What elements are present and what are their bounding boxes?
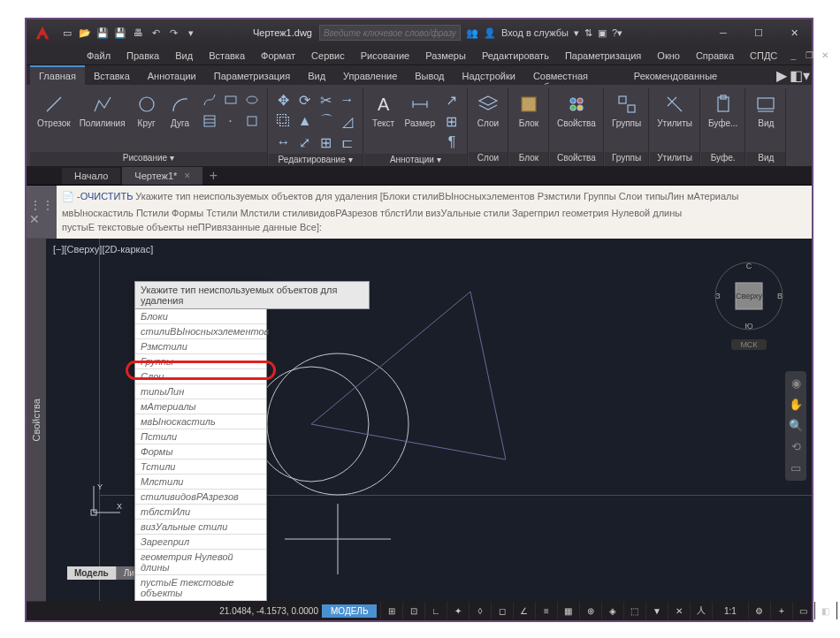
ucs-icon[interactable]: YX: [87, 484, 122, 520]
dynamic-ucs-icon[interactable]: ⬚: [623, 602, 645, 619]
view-cube[interactable]: Сверху С Ю З В МСК: [713, 260, 785, 332]
ac-item[interactable]: визУальные стили: [135, 520, 266, 535]
dimension-button[interactable]: Размер: [403, 90, 437, 130]
command-line[interactable]: 📄 -ОЧИСТИТЬ Укажите тип неиспользуемых о…: [57, 186, 812, 239]
close-button[interactable]: ✕: [776, 20, 812, 45]
app-store-icon[interactable]: ▣: [598, 27, 607, 39]
move-icon[interactable]: ✥: [274, 90, 294, 110]
menu-window[interactable]: Окно: [650, 49, 687, 63]
menu-format[interactable]: Формат: [254, 49, 302, 63]
region-icon[interactable]: [242, 111, 262, 131]
panel-block-title[interactable]: Блок: [509, 152, 548, 166]
stretch-icon[interactable]: ↔: [274, 133, 294, 152]
menu-parametric[interactable]: Параметризация: [558, 49, 648, 63]
exchange-icon[interactable]: ⇅: [584, 27, 592, 39]
panel-draw-title[interactable]: Рисование ▾: [30, 152, 267, 166]
lock-ui-icon[interactable]: 🔒: [836, 602, 840, 619]
view-button[interactable]: Вид: [752, 90, 780, 130]
ac-item[interactable]: Пстили: [135, 429, 266, 444]
block-button[interactable]: Блок: [515, 90, 543, 130]
panel-layers-title[interactable]: Слои: [469, 152, 508, 166]
nav-zoom-icon[interactable]: 🔍: [787, 417, 805, 435]
circle-button[interactable]: Круг: [133, 90, 161, 130]
ac-item[interactable]: мАтериалы: [135, 399, 266, 414]
qat-redo-icon[interactable]: ↷: [164, 24, 182, 42]
signin-label[interactable]: Вход в службы: [501, 27, 569, 38]
units-icon[interactable]: ▭: [792, 602, 813, 619]
panel-modify-title[interactable]: Редактирование ▾: [269, 154, 363, 166]
copy-icon[interactable]: ⿻: [274, 111, 294, 131]
doc-restore-icon[interactable]: ❐: [802, 49, 816, 62]
ac-item[interactable]: Блоки: [135, 309, 266, 324]
qat-dropdown-icon[interactable]: ▾: [182, 24, 200, 42]
ribbon-tab-addins[interactable]: Надстройки: [454, 65, 524, 85]
ac-item[interactable]: мвЫноскастиль: [135, 414, 266, 429]
people-icon[interactable]: 👥: [466, 27, 478, 39]
extend-icon[interactable]: →: [338, 90, 357, 110]
scale-icon[interactable]: ⤢: [295, 133, 315, 152]
polar-toggle-icon[interactable]: ✦: [447, 602, 468, 619]
doc-minimize-icon[interactable]: _: [786, 49, 800, 62]
workspace-switch-icon[interactable]: ⚙: [748, 602, 769, 619]
ac-item-layers[interactable]: Слои: [135, 369, 266, 384]
ac-item[interactable]: Рзмстили: [135, 339, 266, 354]
menu-edit[interactable]: Правка: [119, 49, 166, 63]
mtext-icon[interactable]: ¶: [442, 133, 462, 152]
menu-tools[interactable]: Сервис: [304, 49, 352, 63]
ribbon-tab-home[interactable]: Главная: [30, 65, 85, 85]
point-icon[interactable]: ·: [221, 111, 241, 131]
ribbon-tab-manage[interactable]: Управление: [334, 65, 406, 85]
ac-item[interactable]: Млстили: [135, 475, 266, 490]
menu-spds[interactable]: СПДС: [743, 49, 784, 63]
signin-icon[interactable]: 👤: [484, 27, 496, 39]
signin-dropdown-icon[interactable]: ▾: [574, 27, 579, 39]
grid-toggle-icon[interactable]: ⊞: [380, 602, 401, 619]
ac-item[interactable]: стиливидовРАзрезов: [135, 490, 266, 505]
properties-button[interactable]: Свойства: [555, 90, 598, 130]
ribbon-tab-featured[interactable]: Рекомендованные приложения: [625, 65, 775, 85]
qat-undo-icon[interactable]: ↶: [147, 24, 164, 42]
panel-annotation-title[interactable]: Аннотации ▾: [364, 154, 467, 166]
ribbon-tab-collab[interactable]: Совместная работа: [524, 65, 625, 85]
selection-filter-icon[interactable]: ▼: [645, 602, 667, 619]
otrack-toggle-icon[interactable]: ∠: [513, 602, 534, 619]
spline-icon[interactable]: [200, 90, 219, 110]
ac-item[interactable]: Группы: [135, 354, 266, 369]
express-tools-icon[interactable]: ▶: [775, 68, 789, 82]
menu-insert[interactable]: Вставка: [202, 49, 252, 63]
nav-pan-icon[interactable]: ✋: [787, 396, 805, 414]
ac-item[interactable]: Формы: [135, 444, 266, 460]
menu-modify[interactable]: Редактировать: [475, 49, 556, 63]
ac-item[interactable]: Зарегприл: [135, 535, 266, 550]
ortho-toggle-icon[interactable]: ∟: [424, 602, 446, 619]
snap-toggle-icon[interactable]: ⊡: [402, 602, 424, 619]
array-icon[interactable]: ⊞: [317, 133, 336, 152]
ribbon-tab-parametric[interactable]: Параметризация: [205, 65, 299, 85]
panel-view-title[interactable]: Вид: [746, 152, 785, 166]
hatch-icon[interactable]: [200, 111, 219, 131]
doc-tab-drawing1[interactable]: Чертеж1*×: [122, 167, 202, 185]
panel-clipboard-title[interactable]: Буфе.: [701, 152, 745, 166]
rectangle-icon[interactable]: [221, 90, 241, 110]
fillet-icon[interactable]: ⌒: [317, 111, 336, 131]
gizmo-icon[interactable]: ✕: [668, 602, 689, 619]
nav-orbit-icon[interactable]: ⟲: [787, 438, 805, 456]
ac-item[interactable]: геометрия Нулевой длины: [135, 550, 266, 575]
groups-button[interactable]: Группы: [610, 90, 643, 130]
panel-utilities-title[interactable]: Утилиты: [650, 152, 699, 166]
lineweight-toggle-icon[interactable]: ≡: [535, 602, 556, 619]
nav-wheel-icon[interactable]: ◉: [787, 375, 805, 392]
new-doc-tab-button[interactable]: +: [204, 168, 222, 184]
offset-icon[interactable]: ⊏: [338, 133, 357, 152]
doc-close-icon[interactable]: ✕: [818, 49, 832, 62]
side-panel-properties[interactable]: Свойства: [27, 239, 46, 602]
ac-item[interactable]: типыЛин: [135, 384, 266, 399]
search-input[interactable]: [319, 25, 461, 41]
maximize-button[interactable]: ☐: [741, 20, 776, 45]
text-button[interactable]: AТекст: [370, 90, 398, 130]
menu-view[interactable]: Вид: [168, 49, 200, 63]
qat-new-icon[interactable]: ▭: [58, 24, 76, 42]
ac-item[interactable]: Тстили: [135, 460, 266, 475]
model-space-button[interactable]: МОДЕЛЬ: [322, 604, 377, 618]
3dosnap-toggle-icon[interactable]: ◈: [601, 602, 622, 619]
